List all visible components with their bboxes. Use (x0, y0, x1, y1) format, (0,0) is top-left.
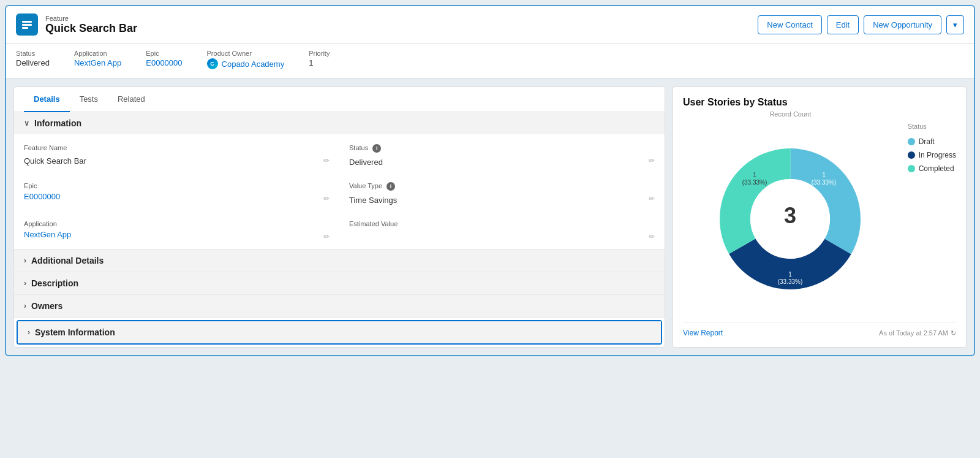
application-edit-icon[interactable]: ✏ (323, 232, 330, 241)
chart-timestamp: As of Today at 2:57 AM ↻ (879, 329, 956, 337)
epic-field-label: Epic (24, 182, 330, 189)
header: Feature Quick Search Bar New Contact Edi… (6, 6, 974, 44)
feature-name-value: Quick Search Bar (24, 154, 330, 169)
legend-item-in-progress: In Progress (908, 151, 956, 159)
donut-chart-wrapper: 3 1 (33.33%) 1 (33.33%) 1 (710, 123, 870, 315)
application-link[interactable]: NextGen App (74, 58, 121, 67)
information-section-header[interactable]: ∨ Information (14, 112, 665, 134)
product-owner-label: Product Owner (207, 50, 285, 57)
edit-button[interactable]: Edit (827, 15, 859, 34)
header-left: Feature Quick Search Bar (16, 13, 137, 36)
chevron-right-icon-system: › (28, 328, 30, 337)
additional-details-header[interactable]: › Additional Details (14, 250, 665, 272)
completed-segment-value: 1 (753, 172, 757, 178)
left-panel: Details Tests Related ∨ Information Feat… (13, 86, 665, 348)
donut-center-value: 3 (784, 203, 796, 228)
description-section: › Description (14, 272, 665, 295)
chevron-down-icon: ∨ (24, 119, 29, 128)
chart-footer: View Report As of Today at 2:57 AM ↻ (683, 322, 956, 337)
value-type-info-icon: i (386, 182, 395, 191)
legend-title: Status (908, 123, 956, 130)
estimated-value-edit-icon[interactable]: ✏ (649, 232, 655, 241)
legend-item-draft: Draft (908, 137, 956, 146)
sub-header: Status Delivered Application NextGen App… (6, 44, 974, 79)
completed-segment-percent: (33.33%) (742, 179, 767, 186)
completed-legend-label: Completed (919, 164, 954, 173)
svg-rect-0 (22, 21, 32, 23)
draft-segment-percent: (33.33%) (812, 179, 837, 186)
information-section: ∨ Information Feature Name Quick Search … (14, 112, 665, 250)
priority-group: Priority 1 (309, 50, 330, 67)
application-field: Application NextGen App ✏ (24, 220, 330, 239)
chart-record-count-label: Record Count (769, 110, 811, 118)
header-title: Quick Search Bar (45, 22, 137, 35)
in-progress-legend-label: In Progress (919, 151, 956, 159)
information-section-title: Information (34, 118, 81, 128)
owners-section: › Owners (14, 295, 665, 318)
status-group: Status Delivered (16, 50, 50, 67)
completed-legend-dot (908, 165, 915, 172)
status-value: Delivered (16, 58, 50, 67)
draft-legend-label: Draft (919, 137, 935, 146)
refresh-icon[interactable]: ↻ (951, 329, 956, 337)
application-field-link[interactable]: NextGen App (24, 230, 330, 239)
feature-icon (16, 13, 38, 36)
draft-legend-dot (908, 138, 915, 145)
value-type-label: Value Type i (349, 182, 655, 191)
in-progress-segment-value: 1 (789, 271, 793, 278)
chevron-right-icon-additional: › (24, 256, 26, 265)
priority-label: Priority (309, 50, 330, 57)
svg-rect-1 (22, 24, 32, 26)
priority-value: 1 (309, 58, 330, 67)
system-information-title: System Information (35, 327, 115, 337)
svg-rect-2 (22, 27, 28, 29)
new-opportunity-button[interactable]: New Opportunity (864, 15, 941, 34)
new-contact-button[interactable]: New Contact (758, 15, 821, 34)
draft-segment-value: 1 (823, 172, 826, 178)
value-type-value: Time Savings (349, 193, 655, 208)
feature-name-label: Feature Name (24, 144, 330, 151)
estimated-value-field: Estimated Value ✏ (349, 220, 655, 239)
value-type-edit-icon[interactable]: ✏ (649, 194, 655, 203)
tab-tests[interactable]: Tests (70, 87, 108, 112)
feature-name-edit-icon[interactable]: ✏ (323, 156, 330, 165)
system-information-header[interactable]: › System Information (18, 321, 661, 343)
system-information-section: › System Information (17, 320, 662, 345)
description-header[interactable]: › Description (14, 272, 665, 294)
main-content: Details Tests Related ∨ Information Feat… (6, 79, 974, 355)
donut-chart: 3 1 (33.33%) 1 (33.33%) 1 (710, 139, 870, 299)
chevron-right-icon-description: › (24, 279, 26, 288)
epic-group: Epic E0000000 (146, 50, 182, 67)
chart-title: User Stories by Status (683, 97, 956, 108)
epic-label: Epic (146, 50, 182, 57)
epic-field: Epic E0000000 ✏ (24, 182, 330, 208)
in-progress-segment-percent: (33.33%) (778, 278, 803, 285)
status-label: Status (16, 50, 50, 57)
additional-details-section: › Additional Details (14, 250, 665, 272)
epic-field-link[interactable]: E0000000 (24, 192, 330, 201)
chart-legend: Status Draft In Progress Completed (908, 110, 956, 315)
header-title-group: Feature Quick Search Bar (45, 15, 137, 35)
in-progress-legend-dot (908, 151, 915, 159)
product-owner-link[interactable]: Copado Academy (222, 59, 285, 69)
page-container: Feature Quick Search Bar New Contact Edi… (5, 5, 975, 356)
tab-related[interactable]: Related (108, 87, 155, 112)
information-section-body: Feature Name Quick Search Bar ✏ Status i… (14, 134, 665, 249)
owners-header[interactable]: › Owners (14, 295, 665, 317)
status-field-label: Status i (349, 144, 655, 153)
status-info-icon: i (372, 144, 381, 153)
epic-link[interactable]: E0000000 (146, 58, 182, 67)
tab-details[interactable]: Details (24, 87, 70, 112)
application-field-label: Application (24, 220, 330, 227)
dropdown-button[interactable]: ▾ (946, 15, 964, 34)
owners-title: Owners (31, 301, 62, 311)
header-actions: New Contact Edit New Opportunity ▾ (758, 15, 964, 34)
epic-edit-icon[interactable]: ✏ (323, 194, 330, 203)
product-owner-group: Product Owner C Copado Academy (207, 50, 285, 69)
status-edit-icon[interactable]: ✏ (649, 156, 655, 165)
value-type-field: Value Type i Time Savings ✏ (349, 182, 655, 208)
additional-details-title: Additional Details (31, 256, 104, 265)
description-title: Description (31, 278, 78, 288)
view-report-link[interactable]: View Report (683, 329, 723, 337)
tabs: Details Tests Related (14, 87, 665, 112)
